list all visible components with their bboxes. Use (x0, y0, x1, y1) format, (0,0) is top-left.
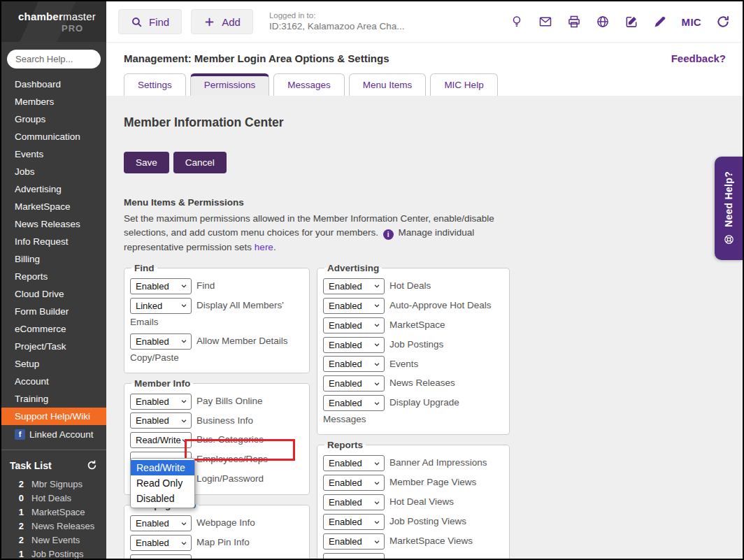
need-help-label: Need Help? (723, 171, 734, 227)
search-help-input[interactable] (7, 50, 101, 69)
envelope-icon[interactable] (538, 15, 552, 29)
task-list-item-news-releases[interactable]: 2News Releases (10, 521, 98, 531)
feedback-link[interactable]: Feedback? (671, 52, 726, 64)
permission-select-photos-logos[interactable]: Enabled (130, 554, 192, 559)
compose-icon[interactable] (624, 15, 638, 29)
sidebar-item-info-request[interactable]: Info Request (1, 233, 106, 250)
permission-select-map-pin-info[interactable]: Enabled (130, 535, 192, 551)
permission-select-marketspace[interactable]: Enabled (323, 317, 385, 333)
permission-select-marketspace-views[interactable]: Enabled (323, 533, 385, 550)
lightbulb-icon[interactable] (510, 15, 524, 29)
permission-select-display-upgrade-messages[interactable]: Enabled (323, 395, 385, 411)
permission-label: Banner Ad Impressions (389, 457, 487, 468)
sidebar-item-communication[interactable]: Communication (1, 128, 106, 145)
refresh-icon[interactable] (86, 459, 98, 471)
sidebar-item-ecommerce[interactable]: eCommerce (1, 320, 106, 338)
sidebar-item-jobs[interactable]: Jobs (1, 163, 106, 180)
sidebar-item-dashboard[interactable]: Dashboard (1, 76, 106, 93)
sidebar-item-reports[interactable]: Reports (1, 268, 106, 285)
tab-permissions[interactable]: Permissions (190, 73, 270, 96)
save-button[interactable]: Save (124, 152, 169, 173)
add-button[interactable]: Add (191, 9, 253, 34)
sidebar-menu: DashboardMembersGroupsCommunicationEvent… (1, 76, 106, 425)
permission-row-business-info: EnabledBusiness Info (130, 412, 303, 429)
select-value: Enabled (329, 533, 362, 550)
permission-select-allow-member-details-copy-paste[interactable]: Enabled (130, 333, 192, 350)
permission-label: Photos & Logos (196, 557, 263, 559)
tab-settings[interactable]: Settings (124, 73, 186, 96)
fieldset-member-info: Member InfoEnabledPay Bills OnlineEnable… (124, 378, 310, 496)
fieldset-legend: Find (131, 263, 157, 273)
task-list-item-new-events[interactable]: 2New Events (10, 535, 98, 545)
mic-shortcut[interactable]: MIC (682, 16, 701, 28)
task-label: New Events (31, 535, 80, 545)
task-count: 2 (10, 479, 24, 489)
permission-select-display-all-members-emails[interactable]: Linked (130, 298, 192, 314)
pencil-icon[interactable] (653, 15, 667, 29)
permission-row-blank (323, 552, 503, 559)
permission-label: Job Posting Views (389, 516, 466, 526)
chevron-down-icon (180, 540, 187, 547)
sidebar-item-setup[interactable]: Setup (1, 355, 106, 373)
tab-mic-help[interactable]: MIC Help (430, 73, 497, 96)
permission-row-auto-approve-hot-deals: EnabledAuto-Approve Hot Deals (323, 297, 503, 314)
top-bar: Find Add Logged in to: ID:3162, Kalamazo… (106, 1, 743, 42)
tab-menu-items[interactable]: Menu Items (349, 73, 427, 96)
sidebar-item-events[interactable]: Events (1, 145, 106, 163)
permission-select-events[interactable]: Enabled (323, 356, 385, 372)
sidebar-item-news-releases[interactable]: News Releases (1, 215, 106, 233)
permission-select-pay-bills-online[interactable]: Enabled (130, 394, 192, 410)
permission-select-hot-deals[interactable]: Enabled (323, 278, 385, 294)
permission-select-member-page-views[interactable]: Enabled (323, 475, 385, 491)
globe-icon[interactable] (596, 15, 610, 29)
permission-row-hot-deal-views: EnabledHot Deal Views (323, 494, 503, 510)
task-list-item-job-postings[interactable]: 1Job Postings (10, 549, 98, 559)
refresh-icon[interactable] (716, 15, 730, 29)
sidebar-item-cloud-drive[interactable]: Cloud Drive (1, 285, 106, 303)
permission-select-find[interactable]: Enabled (130, 278, 192, 294)
fieldset-reports: ReportsEnabledBanner Ad ImpressionsEnabl… (317, 440, 510, 559)
dropdown-option-read-write[interactable]: Read/Write (131, 460, 194, 475)
permission-select-blank[interactable] (323, 553, 385, 559)
task-label: Job Postings (31, 549, 83, 559)
printer-icon[interactable] (567, 15, 581, 29)
dropdown-option-disabled[interactable]: Disabled (131, 491, 194, 506)
permission-select-job-postings[interactable]: Enabled (323, 337, 385, 353)
dropdown-option-read-only[interactable]: Read Only (131, 475, 194, 491)
sidebar-item-members[interactable]: Members (1, 93, 106, 110)
chevron-down-icon (180, 282, 187, 289)
permission-select-hot-deal-views[interactable]: Enabled (323, 494, 385, 510)
sidebar-item-groups[interactable]: Groups (1, 110, 106, 128)
permission-select-business-info[interactable]: Enabled (130, 412, 192, 429)
tab-messages[interactable]: Messages (273, 73, 345, 96)
permission-select-job-posting-views[interactable]: Enabled (323, 514, 385, 530)
chevron-down-icon (373, 380, 380, 387)
permission-select-news-releases[interactable]: Enabled (323, 375, 385, 392)
sidebar-search-wrap (1, 42, 106, 73)
sidebar-item-training[interactable]: Training (1, 390, 106, 408)
cancel-button[interactable]: Cancel (173, 152, 227, 173)
here-link[interactable]: here (255, 242, 273, 252)
sidebar-item-account[interactable]: Account (1, 373, 106, 390)
fieldset-legend: Reports (324, 440, 366, 450)
need-help-tab[interactable]: Need Help? (715, 157, 743, 260)
sidebar-item-advertising[interactable]: Advertising (1, 180, 106, 198)
permission-select-bus-categories[interactable]: Read/Write (130, 432, 192, 448)
sidebar-item-billing[interactable]: Billing (1, 250, 106, 268)
app-window: chambermaster PRO DashboardMembersGroups… (0, 0, 744, 560)
sidebar-item-linked-account[interactable]: f Linked Account (1, 425, 106, 444)
permission-select-webpage-info[interactable]: Enabled (130, 515, 192, 531)
select-value: Enabled (136, 278, 169, 294)
find-button[interactable]: Find (118, 9, 182, 34)
task-list-item-hot-deals[interactable]: 0Hot Deals (10, 493, 98, 503)
permission-select-auto-approve-hot-deals[interactable]: Enabled (323, 298, 385, 314)
sidebar-item-marketspace[interactable]: MarketSpace (1, 198, 106, 215)
info-icon[interactable]: i (383, 229, 394, 240)
sidebar-item-support-help-wiki[interactable]: Support Help/Wiki (1, 408, 106, 425)
task-list-item-mbr-signups[interactable]: 2Mbr Signups (10, 479, 98, 489)
sidebar-item-form-builder[interactable]: Form Builder (1, 303, 106, 320)
permission-select-banner-ad-impressions[interactable]: Enabled (323, 455, 385, 471)
task-list-item-marketspace[interactable]: 1MarketSpace (10, 507, 98, 517)
task-count: 2 (10, 535, 24, 545)
sidebar-item-project-task[interactable]: Project/Task (1, 338, 106, 355)
